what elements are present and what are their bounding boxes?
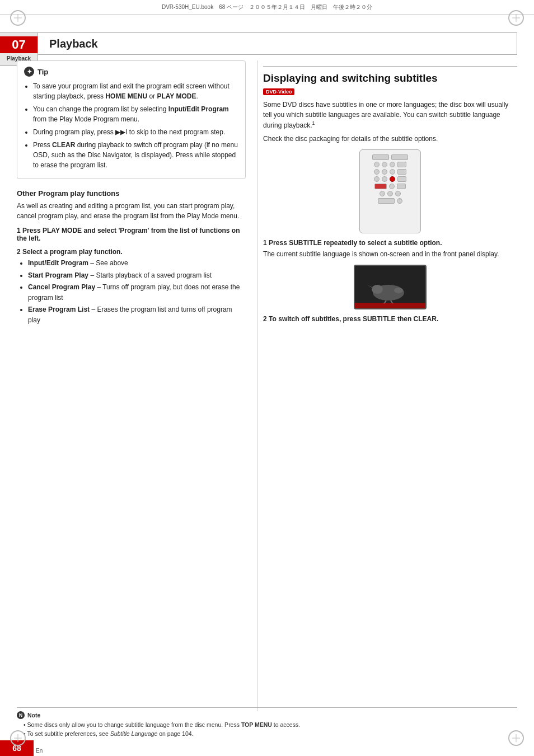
- chapter-number: 07: [0, 36, 38, 53]
- bird-svg: [366, 276, 411, 304]
- note-list: Some discs only allow you to change subt…: [17, 721, 517, 738]
- note-header: N Note: [17, 711, 517, 719]
- tip-label: Tip: [38, 68, 48, 76]
- right-column: Displaying and switching subtitles DVD-V…: [257, 60, 517, 711]
- svg-marker-2: [367, 285, 373, 288]
- other-program-heading: Other Program play functions: [17, 189, 246, 198]
- corner-mark-tl: [10, 10, 26, 26]
- step1-text: 1 Press PLAY MODE and select 'Program' f…: [17, 227, 246, 242]
- header-text: DVR-530H_EU.book 68 ページ ２００５年２月１４日 月曜日 午…: [162, 3, 372, 11]
- note-box: N Note Some discs only allow you to chan…: [17, 707, 517, 739]
- right-intro: Some DVD discs have subtitles in one or …: [263, 100, 517, 130]
- function-item-3: Cancel Program Play – Turns off program …: [28, 282, 246, 303]
- tip-item-4: Press CLEAR during playback to switch of…: [33, 140, 238, 170]
- page-lang-text: En: [36, 748, 43, 754]
- tip-item-1: To save your program list and exit the p…: [33, 81, 238, 101]
- note-icon: N: [17, 711, 25, 719]
- note-item-2: To set subtitle preferences, see Subtitl…: [24, 730, 517, 738]
- note-label: Note: [27, 712, 40, 719]
- svg-point-3: [394, 288, 403, 293]
- screen-bar: [355, 303, 425, 308]
- main-content: ✦ Tip To save your program list and exit…: [17, 60, 517, 711]
- tip-item-2: You can change the program list by selec…: [33, 104, 238, 124]
- other-program-intro: As well as creating and editing a progra…: [17, 201, 246, 221]
- remote-image: [359, 149, 421, 233]
- page-title: Playback: [49, 37, 98, 50]
- tip-item-3: During program play, press ▶▶I to skip t…: [33, 127, 238, 137]
- right-step1-heading: 1 Press SUBTITLE repeatedly to select a …: [263, 239, 517, 247]
- function-item-1: Input/Edit Program – See above: [28, 258, 246, 269]
- header-strip: DVR-530H_EU.book 68 ページ ２００５年２月１４日 月曜日 午…: [0, 0, 534, 15]
- left-column: ✦ Tip To save your program list and exit…: [17, 60, 257, 711]
- corner-mark-bl: [10, 730, 26, 746]
- note-item-1: Some discs only allow you to change subt…: [24, 721, 517, 729]
- tv-screen-image: [354, 265, 427, 309]
- right-divider-top: [263, 66, 517, 67]
- step2-text: 2 Select a program play function.: [17, 248, 246, 256]
- corner-mark-tr: [508, 10, 524, 26]
- title-bar: Playback: [38, 32, 517, 55]
- svg-point-1: [372, 285, 383, 294]
- function-item-2: Start Program Play – Starts playback of …: [28, 270, 246, 281]
- dvd-badge-text: DVD-Video: [263, 88, 294, 95]
- tip-icon: ✦: [24, 67, 34, 77]
- right-step1-body: The current subtitle language is shown o…: [263, 249, 517, 259]
- tip-box: ✦ Tip To save your program list and exit…: [17, 60, 246, 179]
- dvd-badge: DVD-Video: [263, 88, 517, 100]
- function-item-4: Erase Program List – Erases the program …: [28, 304, 246, 325]
- page-lang: En: [34, 745, 45, 756]
- footnote-1: 1: [312, 120, 315, 126]
- tip-header: ✦ Tip: [24, 67, 238, 77]
- right-step2: 2 To switch off subtitles, press SUBTITL…: [263, 315, 517, 323]
- program-functions-list: Input/Edit Program – See above Start Pro…: [17, 258, 246, 326]
- right-heading: Displaying and switching subtitles: [263, 72, 517, 85]
- right-check-text: Check the disc packaging for details of …: [263, 134, 517, 144]
- corner-mark-br: [508, 730, 524, 746]
- tip-list: To save your program list and exit the p…: [24, 81, 238, 170]
